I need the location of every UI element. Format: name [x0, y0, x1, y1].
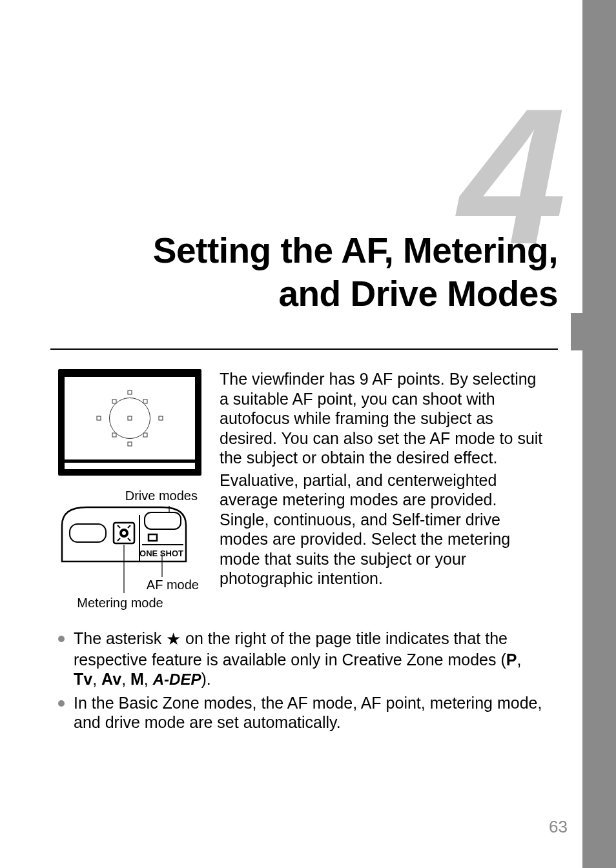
af-point-icon	[128, 416, 132, 421]
af-point-icon	[143, 432, 148, 437]
drive-modes-label: Drive modes	[58, 489, 201, 503]
mode-p: P	[506, 651, 517, 669]
bullet-text-part: The asterisk	[74, 629, 166, 647]
svg-rect-5	[145, 512, 181, 529]
viewfinder-diagram	[58, 369, 201, 476]
lcd-labels: AF mode Metering mode	[58, 576, 201, 612]
paragraph-column: The viewfinder has 9 AF points. By selec…	[220, 369, 548, 612]
bullet-list: The asterisk ★ on the right of the page …	[58, 629, 548, 732]
intro-paragraph-1: The viewfinder has 9 AF points. By selec…	[220, 369, 548, 468]
bullet-item: The asterisk ★ on the right of the page …	[58, 629, 548, 689]
metering-mode-label: Metering mode	[58, 594, 201, 612]
svg-rect-6	[149, 534, 157, 541]
chapter-title-line1: Setting the AF, Metering,	[153, 230, 558, 270]
bullet-dot-icon	[58, 636, 65, 642]
title-divider	[50, 348, 558, 350]
mode-tv: Tv	[74, 670, 92, 688]
mode-m: M	[130, 670, 144, 688]
af-point-icon	[128, 441, 132, 446]
one-shot-text: ONE SHOT	[139, 549, 183, 558]
viewfinder-info-bar	[65, 463, 195, 469]
mode-adep: A-DEP	[153, 671, 201, 688]
star-icon: ★	[166, 629, 181, 649]
chapter-title-line2: and Drive Modes	[278, 274, 558, 314]
svg-rect-0	[70, 524, 106, 542]
af-mode-label: AF mode	[58, 576, 201, 594]
page-number: 63	[549, 817, 568, 837]
mode-av: Av	[101, 670, 121, 688]
bullet-text: In the Basic Zone modes, the AF mode, AF…	[74, 693, 548, 732]
svg-point-3	[122, 531, 126, 535]
side-tab	[582, 0, 616, 868]
af-point-icon	[96, 416, 101, 421]
af-point-icon	[112, 432, 116, 437]
af-point-icon	[143, 399, 148, 404]
bullet-text: The asterisk ★ on the right of the page …	[74, 629, 548, 689]
chapter-title: Setting the AF, Metering, and Drive Mode…	[48, 229, 558, 316]
intro-paragraph-2: Evaluative, partial, and centerweighted …	[220, 470, 548, 589]
page-root: 4 Setting the AF, Metering, and Drive Mo…	[0, 0, 616, 868]
content-area: Drive modes	[58, 369, 548, 736]
bullet-text-part: ).	[201, 670, 210, 688]
bullet-dot-icon	[58, 700, 65, 707]
af-point-icon	[128, 390, 132, 395]
side-tab-marker	[571, 313, 582, 350]
lcd-diagram: ONE SHOT	[61, 506, 187, 563]
diagram-column: Drive modes	[58, 369, 201, 612]
af-point-icon	[112, 399, 116, 404]
viewfinder-frame	[65, 377, 195, 459]
af-point-icon	[159, 416, 163, 421]
bullet-item: In the Basic Zone modes, the AF mode, AF…	[58, 693, 548, 732]
intro-row: Drive modes	[58, 369, 548, 612]
